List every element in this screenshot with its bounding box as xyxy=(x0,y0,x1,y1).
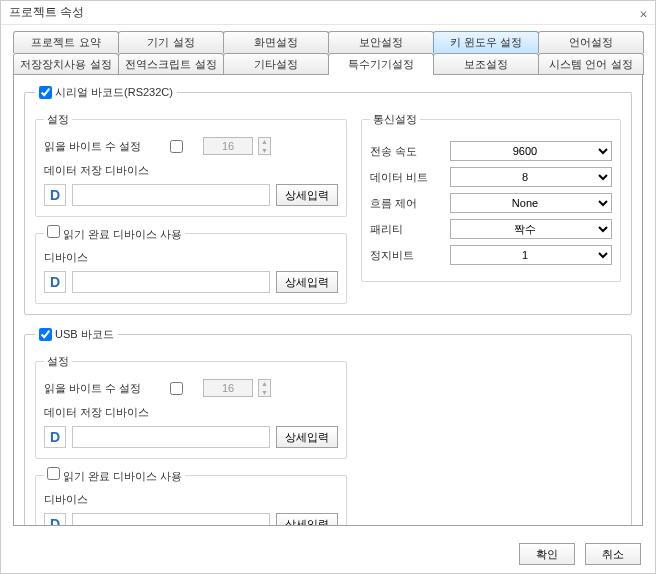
usb-device-input[interactable] xyxy=(72,513,270,526)
serial-byte-checkbox[interactable] xyxy=(170,140,183,153)
usb-byte-checkbox[interactable] xyxy=(170,382,183,395)
serial-storage-input[interactable] xyxy=(72,184,270,206)
usb-byte-spinner-buttons: ▲▼ xyxy=(258,379,271,397)
usb-storage-input[interactable] xyxy=(72,426,270,448)
serial-byte-label: 읽을 바이트 수 설정 xyxy=(44,139,164,154)
usb-readdone-group: 읽기 완료 디바이스 사용 디바이스 D 상세입력 xyxy=(35,467,347,526)
tab-device-settings[interactable]: 기기 설정 xyxy=(118,31,224,53)
serial-device-label: 디바이스 xyxy=(44,250,338,265)
serial-barcode-title: 시리얼 바코드(RS232C) xyxy=(55,85,173,100)
comm-title: 통신설정 xyxy=(370,112,420,127)
stopbit-select[interactable]: 1 xyxy=(450,245,612,265)
tab-global-script[interactable]: 전역스크립트 설정 xyxy=(118,53,224,75)
stopbit-label: 정지비트 xyxy=(370,248,450,263)
comm-settings-group: 통신설정 전송 속도 9600 데이터 비트 8 흐름 제어 None xyxy=(361,112,621,282)
serial-readdone-group: 읽기 완료 디바이스 사용 디바이스 D 상세입력 xyxy=(35,225,347,304)
serial-settings-title: 설정 xyxy=(44,112,72,127)
tab-aux-settings[interactable]: 보조설정 xyxy=(433,53,539,75)
baud-label: 전송 속도 xyxy=(370,144,450,159)
parity-label: 패리티 xyxy=(370,222,450,237)
usb-barcode-group: USB 바코드 설정 읽을 바이트 수 설정 16 ▲▼ 데 xyxy=(24,327,632,526)
titlebar: 프로젝트 속성 ⨉ xyxy=(1,1,655,25)
tab-system-language[interactable]: 시스템 언어 설정 xyxy=(538,53,644,75)
serial-settings-group: 설정 읽을 바이트 수 설정 16 ▲▼ 데이터 저장 디바이스 D xyxy=(35,112,347,217)
usb-storage-detail-button[interactable]: 상세입력 xyxy=(276,426,338,448)
flow-select[interactable]: None xyxy=(450,193,612,213)
tab-special-device[interactable]: 특수기기설정 xyxy=(328,53,434,75)
tab-screen-settings[interactable]: 화면설정 xyxy=(223,31,329,53)
serial-barcode-checkbox[interactable] xyxy=(39,86,52,99)
project-properties-window: 프로젝트 속성 ⨉ 프로젝트 요약 기기 설정 화면설정 보안설정 키 윈도우 … xyxy=(0,0,656,574)
usb-settings-title: 설정 xyxy=(44,354,72,369)
close-icon[interactable]: ⨉ xyxy=(640,6,647,20)
serial-barcode-group: 시리얼 바코드(RS232C) 설정 읽을 바이트 수 설정 16 ▲▼ xyxy=(24,85,632,315)
tab-strip: 프로젝트 요약 기기 설정 화면설정 보안설정 키 윈도우 설정 언어설정 저장… xyxy=(1,25,655,75)
ok-button[interactable]: 확인 xyxy=(519,543,575,565)
usb-device-detail-button[interactable]: 상세입력 xyxy=(276,513,338,526)
dialog-footer: 확인 취소 xyxy=(1,535,655,573)
usb-readdone-checkbox[interactable] xyxy=(47,467,60,480)
tab-other-settings[interactable]: 기타설정 xyxy=(223,53,329,75)
usb-settings-group: 설정 읽을 바이트 수 설정 16 ▲▼ 데이터 저장 디바이스 D xyxy=(35,354,347,459)
usb-byte-spinner: 16 xyxy=(203,379,253,397)
tab-keywindow-settings[interactable]: 키 윈도우 설정 xyxy=(433,31,539,53)
usb-device-indicator: D xyxy=(44,513,66,526)
serial-device-indicator: D xyxy=(44,271,66,293)
databit-select[interactable]: 8 xyxy=(450,167,612,187)
serial-device-detail-button[interactable]: 상세입력 xyxy=(276,271,338,293)
tab-storage-settings[interactable]: 저장장치사용 설정 xyxy=(13,53,119,75)
cancel-button[interactable]: 취소 xyxy=(585,543,641,565)
usb-barcode-checkbox[interactable] xyxy=(39,328,52,341)
usb-device-label: 디바이스 xyxy=(44,492,338,507)
tab-content: 시리얼 바코드(RS232C) 설정 읽을 바이트 수 설정 16 ▲▼ xyxy=(13,74,643,526)
usb-byte-label: 읽을 바이트 수 설정 xyxy=(44,381,164,396)
flow-label: 흐름 제어 xyxy=(370,196,450,211)
window-title: 프로젝트 속성 xyxy=(9,4,84,21)
tab-language-settings[interactable]: 언어설정 xyxy=(538,31,644,53)
usb-storage-indicator: D xyxy=(44,426,66,448)
serial-readdone-checkbox[interactable] xyxy=(47,225,60,238)
usb-barcode-title: USB 바코드 xyxy=(55,327,114,342)
usb-readdone-title: 읽기 완료 디바이스 사용 xyxy=(63,470,182,482)
serial-device-input[interactable] xyxy=(72,271,270,293)
serial-storage-indicator: D xyxy=(44,184,66,206)
parity-select[interactable]: 짝수 xyxy=(450,219,612,239)
usb-storage-label: 데이터 저장 디바이스 xyxy=(44,405,338,420)
baud-select[interactable]: 9600 xyxy=(450,141,612,161)
tab-project-summary[interactable]: 프로젝트 요약 xyxy=(13,31,119,53)
serial-byte-spinner: 16 xyxy=(203,137,253,155)
serial-readdone-title: 읽기 완료 디바이스 사용 xyxy=(63,228,182,240)
databit-label: 데이터 비트 xyxy=(370,170,450,185)
tab-security-settings[interactable]: 보안설정 xyxy=(328,31,434,53)
serial-storage-detail-button[interactable]: 상세입력 xyxy=(276,184,338,206)
serial-storage-label: 데이터 저장 디바이스 xyxy=(44,163,338,178)
serial-byte-spinner-buttons: ▲▼ xyxy=(258,137,271,155)
